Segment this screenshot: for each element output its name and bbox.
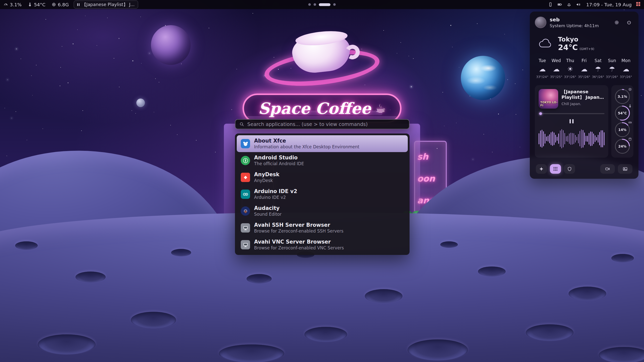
- launcher-result[interactable]: Android StudioThe official Android IDE: [237, 152, 408, 169]
- star: [253, 13, 253, 14]
- result-title: Arduino IDE v2: [254, 188, 297, 195]
- star: [522, 70, 523, 70]
- crater: [247, 274, 272, 284]
- star: [16, 111, 16, 112]
- crater: [440, 241, 458, 248]
- media-widget-label: 【Japanese Playlist】 J...: [82, 2, 135, 8]
- launcher-result[interactable]: Arduino IDE v2Arduino IDE v2: [237, 186, 408, 203]
- result-title: Avahi VNC Server Browser: [254, 239, 344, 245]
- forecast-day: Thu☀33°/26°: [563, 58, 577, 79]
- user-info: seb System Uptime: 4h11m: [550, 17, 609, 28]
- launcher-result[interactable]: AnyDeskAnyDesk: [237, 169, 408, 186]
- forecast-temps: 35°/26°: [578, 75, 590, 79]
- crater: [478, 266, 506, 277]
- result-title: Audacity: [254, 205, 281, 212]
- security-button[interactable]: [564, 164, 575, 174]
- forecast-temps: 36°/26°: [592, 75, 604, 79]
- battery-icon[interactable]: [557, 2, 562, 7]
- bell-icon[interactable]: [567, 2, 572, 7]
- pause-button[interactable]: [566, 118, 577, 125]
- star: [16, 49, 17, 49]
- forecast-day: Sat☂36°/26°: [591, 58, 605, 79]
- forecast-day-label: Wed: [552, 58, 561, 63]
- coffee-cup-icon: ☕: [375, 102, 386, 115]
- launcher-results: About XfceInformation about the Xfce Des…: [235, 133, 410, 255]
- floating-cup: [262, 27, 382, 95]
- seek-bar[interactable]: [539, 113, 605, 114]
- crater: [15, 241, 38, 250]
- cloud-icon: [537, 37, 553, 50]
- avatar: [535, 17, 546, 28]
- screenshot-button[interactable]: [618, 164, 632, 174]
- power-button[interactable]: [624, 18, 633, 27]
- star: [83, 110, 83, 111]
- app-grid-icon[interactable]: [636, 2, 640, 7]
- weather-widget: Tokyo 24°C (GMT+9): [535, 36, 633, 52]
- star: [641, 95, 641, 96]
- star: [60, 85, 60, 86]
- phone-icon[interactable]: [548, 2, 553, 7]
- volume-icon[interactable]: [576, 2, 581, 7]
- power-icon: [626, 20, 632, 25]
- media-player-card: TOKYO LO-FI 【Japanese Playlist】 Japan Al…: [535, 85, 608, 158]
- launcher-result[interactable]: AudacitySound Editor: [237, 203, 408, 219]
- system-monitor-card: 3.1%54°C14%24%: [611, 85, 633, 158]
- star: [473, 159, 473, 160]
- crater: [304, 327, 347, 342]
- stat-value: 54°C: [618, 111, 627, 115]
- android-studio-icon: [241, 156, 250, 165]
- screen-record-button[interactable]: [600, 164, 615, 174]
- result-subtitle: Browse for Zeroconf-enabled VNC Servers: [254, 245, 344, 251]
- star: [149, 53, 150, 54]
- clock[interactable]: 17:09 - Tue, 19 Aug: [586, 2, 632, 7]
- launcher-result[interactable]: Avahi VNC Server BrowserBrowse for Zeroc…: [237, 236, 408, 253]
- workspace-active[interactable]: [319, 3, 331, 6]
- star: [77, 29, 78, 30]
- star: [477, 23, 477, 24]
- weather-city: Tokyo: [558, 36, 594, 43]
- weather-temp: 24°C: [558, 43, 578, 52]
- star: [135, 113, 136, 114]
- workspace-dot[interactable]: [308, 3, 311, 6]
- cleanup-button[interactable]: [536, 164, 547, 174]
- result-title: About Xfce: [254, 138, 359, 144]
- album-art-label: TOKYO LO-FI: [540, 101, 558, 107]
- memory-value: 6.8G: [58, 2, 69, 7]
- video-camera-icon: [605, 166, 610, 171]
- forecast-day: Sun☂33°/26°: [605, 58, 619, 79]
- workspace-dot[interactable]: [333, 3, 336, 6]
- track-artist: Chill Japan.: [561, 102, 605, 106]
- result-text: Arduino IDE v2Arduino IDE v2: [254, 188, 297, 200]
- star: [141, 63, 142, 64]
- star: [159, 82, 159, 82]
- forecast-day: Tue☁33°/24°: [535, 58, 549, 79]
- star: [27, 140, 27, 140]
- star: [504, 34, 505, 34]
- stat-gauge: 3.1%: [614, 88, 631, 105]
- star: [155, 78, 156, 79]
- memory-icon: [628, 121, 632, 125]
- star: [85, 16, 86, 16]
- apps-button[interactable]: [550, 164, 561, 174]
- media-widget[interactable]: 【Japanese Playlist】 J...: [74, 1, 138, 9]
- user-header: seb System Uptime: 4h11m: [535, 17, 633, 28]
- crater: [219, 344, 284, 362]
- stat-gauge: 54°C: [614, 105, 631, 121]
- crater: [408, 339, 468, 360]
- weather-forecast: Tue☁33°/24°Wed☁35°/25°Thu☀33°/26°Fri☁35°…: [535, 58, 633, 79]
- stat-value: 24%: [618, 144, 626, 148]
- seek-knob[interactable]: [539, 112, 542, 115]
- search-input[interactable]: [247, 121, 405, 127]
- star: [68, 82, 68, 83]
- star: [507, 79, 508, 80]
- user-name: seb: [550, 17, 609, 23]
- launcher-result[interactable]: About XfceInformation about the Xfce Des…: [237, 135, 408, 152]
- system-tray: 17:09 - Tue, 19 Aug: [548, 2, 640, 7]
- star: [515, 83, 515, 84]
- settings-button[interactable]: [612, 18, 621, 27]
- launcher-result[interactable]: Avahi SSH Server BrowserBrowse for Zeroc…: [237, 219, 408, 236]
- star: [31, 75, 32, 76]
- result-subtitle: The official Android IDE: [254, 161, 304, 166]
- workspace-dot[interactable]: [314, 3, 316, 6]
- audacity-icon: [241, 206, 250, 216]
